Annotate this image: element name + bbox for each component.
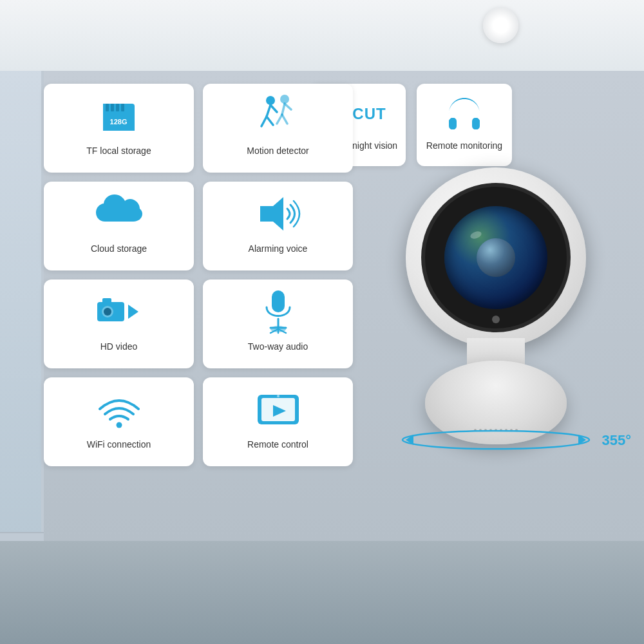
card-cloud-storage: Cloud storage <box>44 182 194 270</box>
card-remote-control: Remote control <box>203 377 353 466</box>
svg-rect-7 <box>121 104 124 111</box>
ceiling-light <box>483 8 518 43</box>
svg-point-22 <box>104 308 111 316</box>
svg-point-37 <box>402 431 589 449</box>
sd-card-icon: 128G <box>98 93 140 139</box>
rotation-indicator: 355° <box>399 428 592 451</box>
headphones-icon <box>445 93 484 135</box>
svg-rect-25 <box>272 290 285 312</box>
svg-line-15 <box>282 104 285 115</box>
rotation-ellipse <box>399 428 592 451</box>
svg-rect-6 <box>116 104 119 111</box>
card-alarming-voice: Alarming voice <box>203 182 353 270</box>
svg-marker-19 <box>260 197 283 231</box>
svg-line-13 <box>267 117 273 125</box>
microphone-icon <box>261 289 295 335</box>
card-wifi-label: WiFi connection <box>87 439 151 450</box>
svg-line-10 <box>267 105 270 117</box>
svg-point-9 <box>266 96 275 105</box>
svg-line-16 <box>285 104 291 109</box>
svg-rect-0 <box>450 118 455 129</box>
card-cloud-storage-label: Cloud storage <box>91 243 147 254</box>
ceiling <box>0 0 644 71</box>
feature-cards-grid: 128G TF local storage Motion detector <box>44 84 353 466</box>
card-tf-storage-label: TF local storage <box>86 146 151 156</box>
card-wifi: WiFi connection <box>44 377 194 466</box>
svg-line-12 <box>261 117 267 126</box>
card-remote-control-label: Remote control <box>247 439 308 450</box>
card-remote-monitoring-label: Remote monitoring <box>426 140 502 151</box>
svg-line-17 <box>277 115 282 124</box>
svg-point-32 <box>116 422 122 428</box>
svg-point-14 <box>280 95 289 104</box>
running-person-icon <box>252 93 304 139</box>
card-motion-detector: Motion detector <box>203 84 353 173</box>
cloud-icon <box>93 191 145 237</box>
window-sill <box>0 532 44 541</box>
card-two-way-audio-label: Two-way audio <box>248 341 308 352</box>
video-camera-icon <box>95 289 143 335</box>
tablet-icon <box>255 386 301 433</box>
card-hd-video-label: HD video <box>100 341 138 352</box>
camera-lens-outer <box>425 187 567 328</box>
camera-lens-inner <box>444 206 547 309</box>
window-left <box>0 71 44 541</box>
card-alarming-voice-label: Alarming voice <box>249 243 308 254</box>
card-hd-video: HD video <box>44 279 194 368</box>
svg-line-18 <box>282 115 287 124</box>
svg-line-11 <box>270 105 277 112</box>
card-two-way-audio: Two-way audio <box>203 279 353 368</box>
svg-rect-23 <box>102 298 111 303</box>
card-remote-monitoring: Remote monitoring <box>417 84 512 166</box>
wifi-icon <box>97 386 142 433</box>
camera-assembly: 355° <box>361 167 631 541</box>
speaker-icon <box>255 191 301 237</box>
svg-rect-1 <box>473 118 478 129</box>
svg-text:128G: 128G <box>110 118 128 126</box>
camera-head <box>406 167 586 348</box>
lens-flare <box>469 230 482 240</box>
floor <box>0 541 644 644</box>
svg-marker-24 <box>128 305 138 319</box>
svg-point-36 <box>277 395 279 397</box>
svg-rect-4 <box>106 104 109 111</box>
card-tf-storage: 128G TF local storage <box>44 84 194 173</box>
rotation-label: 355° <box>601 432 631 449</box>
camera-lens-center <box>477 238 515 277</box>
card-motion-detector-label: Motion detector <box>247 146 309 156</box>
svg-rect-5 <box>111 104 114 111</box>
camera-sensor-dot <box>492 316 500 323</box>
